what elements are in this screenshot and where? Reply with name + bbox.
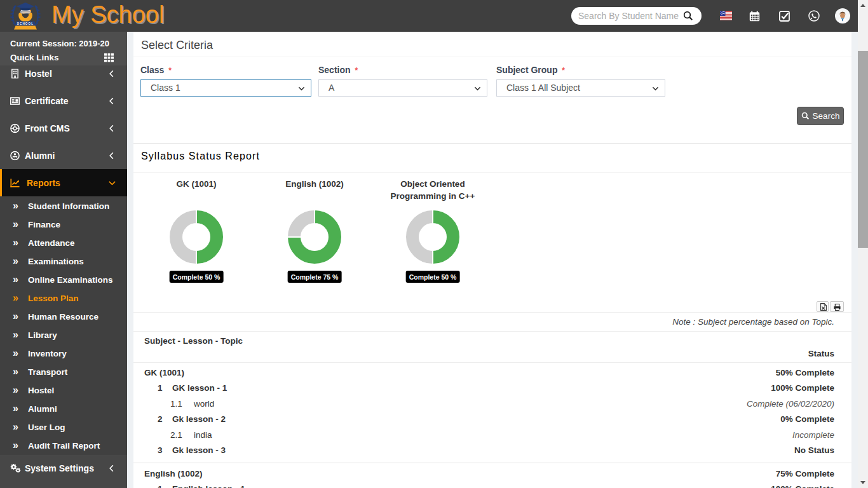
svg-text:SCHOOL: SCHOOL [17,22,34,25]
